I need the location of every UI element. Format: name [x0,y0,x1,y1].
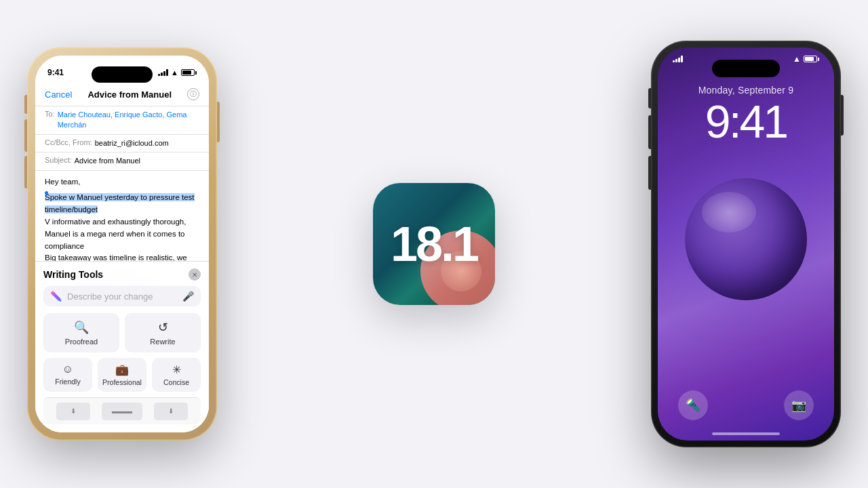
professional-icon: 💼 [115,363,129,376]
proofread-icon: 🔍 [74,320,89,335]
status-time-left: 9:41 [47,68,64,77]
proofread-label: Proofread [65,338,98,346]
info-button[interactable]: ⓘ [187,88,199,100]
wifi-icon-left: ▲ [171,68,178,77]
subject-value: Advice from Manuel [75,156,199,166]
mute-switch-left-phone[interactable] [24,95,27,114]
flashlight-button[interactable]: 🔦 [678,390,708,420]
cc-label: Cc/Bcc, From: [45,138,92,146]
toolbar-item-2[interactable]: ▬▬▬ [102,403,142,420]
right-status-icons: ▲ [793,54,819,64]
lockscreen-actions: 🔦 📷 [658,390,834,420]
concise-button[interactable]: ✳ Concise [152,358,201,392]
status-icons-left: ▲ [158,68,197,77]
writing-tools-tone-buttons: ☺ Friendly 💼 Professional ✳ Concise [43,358,201,392]
email-body-line1: Spoke w Manuel yesterday to pressure tes… [45,192,199,216]
ios-version-number: 18.1 [391,216,477,272]
to-label: To: [45,110,55,118]
email-to-field: To: Marie Chouteau, Enrique Gacto, Gema … [35,106,209,135]
mute-switch-right-phone[interactable] [648,88,651,108]
status-bar-left: 9:41 ▲ [35,56,209,83]
selected-text: Spoke w Manuel yesterday to pressure tes… [45,193,195,214]
email-greeting: Hey team, [45,176,199,188]
right-phone-screen: ▲ Monday, September 9 9:41 [658,47,834,441]
lockscreen-sphere [685,178,807,300]
home-indicator-right[interactable] [712,432,780,435]
volume-up-left-phone[interactable] [24,119,27,152]
signal-bars-left [158,69,168,76]
email-subject-field: Subject: Advice from Manuel [35,152,209,170]
left-phone: 9:41 ▲ [27,47,217,441]
writing-tools-pencil-icon: ✏️ [50,291,62,302]
writing-tools-header: Writing Tools ✕ [43,268,201,281]
camera-icon: 📷 [791,398,806,413]
dynamic-island-right [712,60,780,77]
email-cc-field: Cc/Bcc, From: beatriz_ri@icloud.com [35,135,209,152]
email-header: Cancel Advice from Manuel ⓘ [35,83,209,106]
power-button-right-phone[interactable] [841,95,844,136]
lockscreen: Monday, September 9 9:41 🔦 📷 [658,47,834,441]
cursor-dot [45,191,48,195]
toolbar-item-1[interactable]: ⬇ [56,403,90,420]
left-phone-screen: 9:41 ▲ [35,56,209,432]
lockscreen-date: Monday, September 9 [698,85,794,96]
writing-tools-title: Writing Tools [43,269,103,280]
camera-button[interactable]: 📷 [784,390,814,420]
professional-button[interactable]: 💼 Professional [98,358,146,392]
lockscreen-time: 9:41 [705,98,787,144]
volume-down-right-phone[interactable] [648,156,651,190]
email-compose: Cancel Advice from Manuel ⓘ To: Marie Ch… [35,83,209,432]
rewrite-label: Rewrite [150,338,175,346]
battery-icon-left [181,69,197,76]
dynamic-island-left [92,66,153,83]
right-phone: ▲ Monday, September 9 9:41 [651,41,841,447]
writing-tools-close-button[interactable]: ✕ [189,268,201,281]
writing-tools-input[interactable]: ✏️ Describe your change 🎤 [43,286,201,306]
signal-bars-right [673,56,683,62]
ios-icon-container: 18.1 [217,183,651,305]
email-subject-title: Advice from Manuel [87,89,172,100]
writing-tools-main-buttons: 🔍 Proofread ↺ Rewrite [43,313,201,352]
volume-up-right-phone[interactable] [648,115,651,149]
to-value: Marie Chouteau, Enrique Gacto, Gema Merc… [58,110,199,131]
keyboard-toolbar: ⬇ ▬▬▬ ⬇ [43,397,201,424]
cancel-button[interactable]: Cancel [45,89,72,100]
friendly-button[interactable]: ☺ Friendly [43,358,92,392]
sphere-highlight [702,192,756,232]
toolbar-item-3[interactable]: ⬇ [154,403,188,420]
professional-label: Professional [102,378,142,386]
mic-icon[interactable]: 🎤 [182,291,194,302]
rewrite-button[interactable]: ↺ Rewrite [125,313,201,352]
concise-icon: ✳ [172,363,181,376]
cc-value: beatriz_ri@icloud.com [95,138,199,148]
subject-label: Subject: [45,156,72,164]
ios-18-icon: 18.1 [373,183,495,305]
flashlight-icon: 🔦 [686,398,701,413]
rewrite-icon: ↺ [158,320,168,335]
power-button-left-phone[interactable] [217,102,220,142]
volume-down-left-phone[interactable] [24,156,27,188]
writing-tools-panel: Writing Tools ✕ ✏️ Describe your change … [35,261,209,432]
friendly-label: Friendly [55,378,80,386]
writing-tools-placeholder: Describe your change [67,291,182,302]
friendly-icon: ☺ [62,363,73,375]
signal-area-right [673,56,683,62]
wifi-icon-right: ▲ [793,54,801,64]
battery-icon-right [804,56,819,62]
proofread-button[interactable]: 🔍 Proofread [43,313,119,352]
email-body-line2: V informative and exhaustingly thorough,… [45,216,199,252]
concise-label: Concise [163,378,189,386]
